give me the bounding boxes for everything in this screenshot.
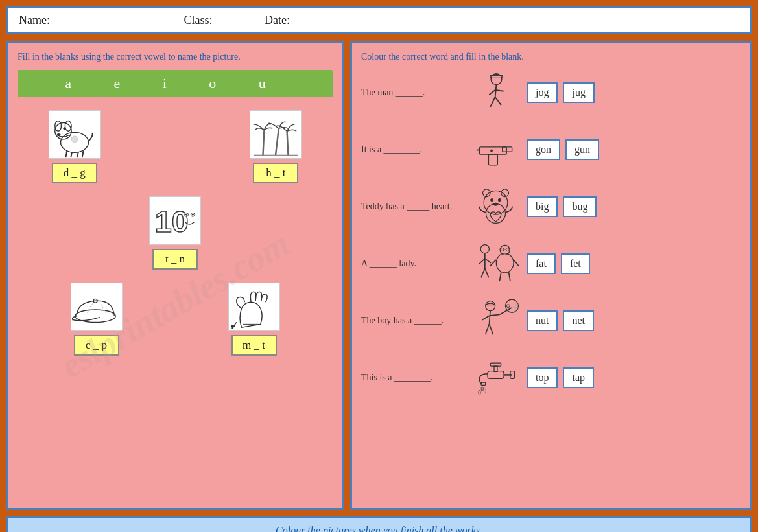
choice-fat[interactable]: fat bbox=[527, 253, 556, 274]
cap-image bbox=[71, 283, 123, 331]
gun-image bbox=[471, 127, 520, 172]
footer-bar: Colour the pictures when you finish all … bbox=[6, 516, 752, 532]
ten-image: 10 bbox=[149, 196, 201, 245]
svg-line-49 bbox=[485, 268, 489, 277]
cap-blank: c _ p bbox=[74, 335, 119, 356]
date-label: Date: ______________________ bbox=[265, 14, 421, 27]
svg-line-46 bbox=[479, 259, 485, 264]
hat-image bbox=[250, 110, 302, 159]
hat-item: h _ t bbox=[250, 110, 302, 183]
class-label: Class: ____ bbox=[184, 14, 239, 27]
choice-top[interactable]: top bbox=[527, 367, 558, 388]
choice-big[interactable]: big bbox=[527, 196, 558, 217]
svg-point-19 bbox=[192, 214, 194, 216]
sentence-5-choices: nut net bbox=[527, 310, 594, 331]
svg-point-78 bbox=[481, 387, 483, 391]
left-panel: Fill in the blanks using the correct vow… bbox=[6, 41, 344, 510]
choice-tap[interactable]: tap bbox=[563, 367, 594, 388]
choice-nut[interactable]: nut bbox=[527, 310, 558, 331]
svg-line-5 bbox=[71, 152, 72, 157]
bear-image bbox=[471, 184, 520, 229]
choice-fet[interactable]: fet bbox=[561, 253, 590, 274]
svg-line-27 bbox=[490, 97, 495, 107]
choice-jog[interactable]: jog bbox=[527, 82, 558, 103]
left-exercises: eslprintables.com bbox=[18, 110, 333, 499]
svg-line-61 bbox=[490, 310, 491, 323]
svg-line-53 bbox=[514, 259, 519, 266]
choice-net[interactable]: net bbox=[563, 310, 594, 331]
name-label: Name: __________________ bbox=[19, 14, 158, 27]
choice-jug[interactable]: jug bbox=[563, 82, 594, 103]
svg-line-29 bbox=[489, 89, 495, 94]
sentence-row-2: It is a ________. gon gun bbox=[361, 127, 740, 172]
mitt-image bbox=[228, 283, 280, 331]
tap-image bbox=[471, 355, 520, 400]
sentence-row-5: The boy has a ______. bbox=[361, 298, 740, 343]
footer-text: Colour the pictures when you finish all … bbox=[276, 525, 482, 532]
dog-item: d _ g bbox=[49, 110, 101, 183]
ladies-image bbox=[471, 241, 520, 286]
svg-point-41 bbox=[490, 198, 493, 202]
mitt-item: m _ t bbox=[228, 283, 280, 356]
svg-point-2 bbox=[54, 121, 61, 132]
row-3: c _ p bbox=[18, 283, 333, 356]
row-1: d _ g bbox=[18, 110, 333, 183]
sentence-6-text: This is a ________. bbox=[361, 373, 465, 383]
svg-rect-76 bbox=[488, 371, 504, 379]
left-instruction: Fill in the blanks using the correct vow… bbox=[18, 52, 333, 62]
header-bar: Name: __________________ Class: ____ Dat… bbox=[6, 6, 752, 34]
svg-line-11 bbox=[263, 130, 265, 155]
svg-point-80 bbox=[479, 391, 480, 395]
svg-line-64 bbox=[486, 323, 490, 334]
svg-point-36 bbox=[490, 149, 493, 152]
sentence-6-choices: top tap bbox=[527, 367, 594, 388]
right-instruction: Colour the correct word and fill in the … bbox=[361, 52, 740, 62]
svg-point-9 bbox=[63, 127, 65, 130]
dog-blank: d _ g bbox=[52, 163, 97, 183]
svg-line-48 bbox=[481, 268, 485, 277]
svg-point-51 bbox=[496, 253, 514, 272]
svg-line-13 bbox=[287, 131, 289, 155]
svg-point-43 bbox=[493, 203, 498, 206]
svg-line-26 bbox=[495, 84, 496, 97]
svg-point-42 bbox=[498, 198, 501, 202]
svg-line-63 bbox=[490, 314, 500, 316]
svg-point-57 bbox=[506, 248, 509, 251]
svg-point-44 bbox=[480, 244, 489, 253]
boy-image bbox=[471, 298, 520, 343]
ten-blank: t _ n bbox=[152, 249, 198, 270]
svg-point-10 bbox=[71, 136, 78, 143]
sentence-5-text: The boy has a ______. bbox=[361, 316, 465, 326]
svg-rect-34 bbox=[488, 154, 497, 165]
row-2: 10 t _ n bbox=[18, 196, 333, 270]
svg-line-65 bbox=[490, 323, 493, 334]
svg-point-79 bbox=[484, 389, 486, 393]
main-content: Fill in the blanks using the correct vow… bbox=[6, 41, 752, 510]
hat-blank: h _ t bbox=[253, 163, 298, 183]
svg-line-7 bbox=[82, 150, 83, 157]
sentence-row-3: Teddy has a _____ heart. bbox=[361, 184, 740, 229]
sentence-2-choices: gon gun bbox=[527, 139, 599, 160]
svg-text:10: 10 bbox=[155, 205, 189, 238]
sentence-row-1: The man ______. jog jug bbox=[361, 70, 740, 115]
choice-gon[interactable]: gon bbox=[527, 139, 560, 160]
svg-point-59 bbox=[486, 301, 495, 310]
man-image bbox=[471, 70, 520, 115]
svg-line-55 bbox=[509, 272, 511, 281]
choice-gun[interactable]: gun bbox=[565, 139, 599, 160]
sentence-2-text: It is a ________. bbox=[361, 145, 465, 155]
svg-line-54 bbox=[499, 272, 501, 281]
svg-point-3 bbox=[65, 121, 71, 132]
svg-line-4 bbox=[65, 150, 67, 157]
svg-rect-74 bbox=[490, 363, 501, 366]
choice-bug[interactable]: bug bbox=[563, 196, 597, 217]
dog-image bbox=[49, 110, 101, 159]
svg-line-30 bbox=[495, 89, 503, 91]
vowel-bar: a e i o u bbox=[18, 70, 333, 97]
svg-line-28 bbox=[495, 97, 501, 105]
ten-item: 10 t _ n bbox=[149, 196, 201, 270]
sentence-3-text: Teddy has a _____ heart. bbox=[361, 202, 465, 212]
svg-line-47 bbox=[485, 259, 491, 263]
sentence-4-text: A ______ lady. bbox=[361, 259, 465, 269]
sentence-1-text: The man ______. bbox=[361, 87, 465, 98]
